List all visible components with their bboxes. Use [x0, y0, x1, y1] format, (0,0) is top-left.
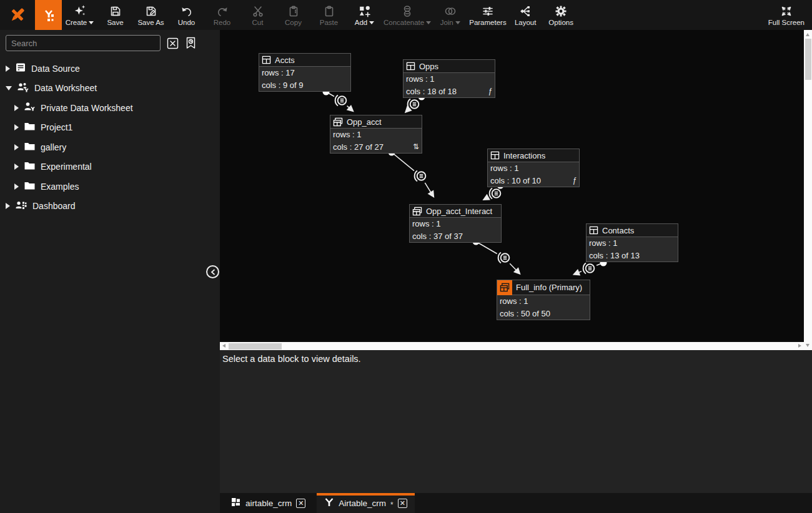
sidebar-item-dashboard[interactable]: Dashboard [0, 197, 220, 217]
tab-airtable-crm-workflow[interactable]: Airtable_crm * ✕ [317, 493, 414, 513]
add-button[interactable]: Add [347, 0, 382, 30]
undo-button[interactable]: Undo [169, 0, 204, 30]
expand-arrow-icon[interactable] [14, 105, 19, 111]
parameters-label: Parameters [469, 19, 506, 26]
create-button[interactable]: Create [62, 0, 97, 30]
scroll-right-arrow[interactable] [798, 344, 801, 348]
sidebar-item-gallery[interactable]: gallery [0, 137, 220, 157]
node-rows: rows : 1 [406, 74, 435, 84]
data-block-accts[interactable]: Accts rows : 17 cols : 9 of 9 [259, 53, 351, 92]
node-title: Opps [419, 62, 438, 71]
join-link-icon[interactable] [408, 99, 419, 110]
parameters-button[interactable]: Parameters [468, 0, 507, 30]
app-logo-icon [0, 0, 35, 30]
node-rows: rows : 1 [500, 296, 528, 306]
expand-arrow-icon[interactable] [14, 124, 19, 130]
data-block-opp-acct-interact[interactable]: Opp_acct_Interact rows : 1 cols : 37 of … [409, 204, 502, 243]
data-block-interactions[interactable]: Interactions rows : 1 cols : 10 of 10ƒ [487, 149, 580, 187]
layered-table-icon [333, 117, 343, 127]
clear-search-icon[interactable] [166, 37, 179, 49]
sidebar-item-experimental[interactable]: Experimental [0, 157, 220, 177]
folder-icon [24, 180, 36, 193]
tab-label: airtable_crm [245, 499, 292, 508]
layout-button[interactable]: Layout [508, 0, 543, 30]
vertical-scroll-thumb[interactable] [805, 39, 811, 80]
copy-icon [287, 4, 300, 17]
copy-button[interactable]: Copy [275, 0, 311, 30]
table-icon [490, 151, 500, 160]
node-title: Opp_acct [347, 117, 382, 127]
cut-button[interactable]: Cut [240, 0, 275, 30]
concatenate-label: Concatenate [384, 19, 424, 26]
undo-icon [181, 4, 193, 17]
concatenate-button[interactable]: Concatenate [382, 0, 432, 30]
close-icon[interactable]: ✕ [398, 499, 407, 508]
horizontal-scrollbar[interactable] [220, 342, 804, 350]
vertical-scrollbar[interactable] [804, 30, 812, 350]
options-icon [555, 4, 567, 17]
node-cols: cols : 50 of 50 [500, 309, 550, 318]
options-button[interactable]: Options [543, 0, 579, 30]
expand-arrow-icon[interactable] [6, 66, 10, 72]
expand-icon [780, 4, 793, 17]
node-cols: cols : 27 of 27 [333, 142, 384, 152]
function-icon: ƒ [488, 87, 492, 95]
join-link-icon[interactable] [335, 95, 347, 106]
horizontal-scroll-thumb[interactable] [229, 343, 282, 349]
table-icon [406, 62, 415, 71]
sort-icon: ⇅ [413, 142, 419, 151]
collapse-arrow-icon[interactable] [6, 86, 12, 90]
sidebar-item-data-worksheet[interactable]: Data Worksheet [0, 79, 220, 99]
node-cols: cols : 9 of 9 [262, 81, 303, 90]
paste-button[interactable]: Paste [311, 0, 347, 30]
sidebar-item-examples[interactable]: Examples [0, 177, 220, 197]
expand-arrow-icon[interactable] [14, 144, 19, 150]
expand-arrow-icon[interactable] [14, 164, 19, 170]
expand-arrow-icon[interactable] [6, 203, 10, 209]
sidebar-tree: Data Source Data Worksheet [0, 54, 220, 216]
table-icon [589, 226, 598, 235]
expand-arrow-icon[interactable] [14, 183, 19, 190]
close-icon[interactable]: ✕ [296, 499, 305, 508]
full-screen-button[interactable]: Full Screen [767, 0, 806, 30]
data-block-opps[interactable]: Opps rows : 1 cols : 18 of 18ƒ [403, 59, 495, 98]
join-link-icon[interactable] [583, 263, 595, 274]
node-rows: rows : 1 [490, 164, 519, 173]
save-as-button[interactable]: Save As [133, 0, 169, 30]
scroll-up-arrow[interactable] [806, 33, 810, 36]
bookmark-history-icon[interactable] [184, 37, 197, 49]
save-button[interactable]: Save [97, 0, 133, 30]
data-block-full-info-primary[interactable]: Full_info (Primary) rows : 1 cols : 50 o… [497, 280, 590, 320]
active-workspace-button[interactable] [35, 0, 62, 30]
scroll-down-arrow[interactable] [806, 344, 810, 347]
sidebar-item-private-data-worksheet[interactable]: Private Data Worksheet [0, 98, 220, 118]
join-button[interactable]: Join [432, 0, 468, 30]
save-label: Save [107, 19, 123, 26]
join-link-icon[interactable] [490, 188, 501, 199]
node-title: Accts [275, 56, 295, 65]
node-title: Full_info (Primary) [516, 283, 582, 292]
join-link-icon[interactable] [415, 171, 426, 182]
grid-icon [231, 497, 241, 509]
function-icon: ƒ [572, 176, 577, 185]
data-block-contacts[interactable]: Contacts rows : 1 cols : 13 of 13 [586, 223, 678, 262]
sidebar-item-label: Data Source [31, 64, 80, 74]
workflow-icon [324, 497, 334, 509]
collapse-sidebar-button[interactable] [206, 265, 219, 278]
folder-icon [24, 160, 36, 173]
join-link-icon[interactable] [498, 253, 510, 263]
search-input[interactable] [6, 35, 161, 51]
toolbar: Create Save Save As Und [0, 0, 812, 30]
sidebar-item-label: Private Data Worksheet [41, 103, 133, 113]
sidebar-item-project1[interactable]: Project1 [0, 118, 220, 138]
options-label: Options [548, 19, 573, 26]
data-block-opp-acct[interactable]: Opp_acct rows : 1 cols : 27 of 27⇅ [330, 115, 422, 154]
redo-button[interactable]: Redo [204, 0, 240, 30]
scroll-left-arrow[interactable] [222, 344, 225, 348]
modified-indicator: * [390, 501, 394, 509]
details-panel: Select a data block to view details. [220, 350, 812, 493]
tab-airtable-crm-table[interactable]: airtable_crm ✕ [224, 493, 313, 513]
sidebar-item-label: Experimental [41, 162, 92, 172]
sidebar-item-data-source[interactable]: Data Source [0, 59, 220, 79]
workflow-canvas[interactable]: Accts rows : 17 cols : 9 of 9 Opps rows … [220, 30, 812, 350]
